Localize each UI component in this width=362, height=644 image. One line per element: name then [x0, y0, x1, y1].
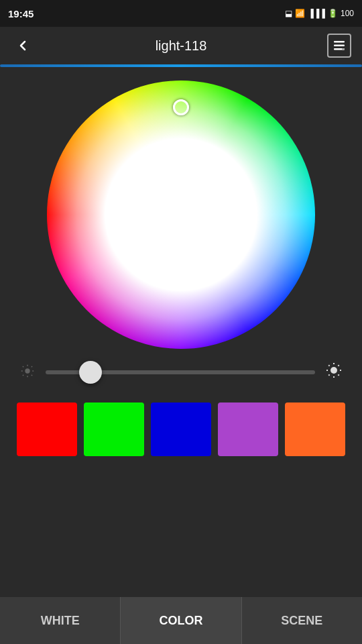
battery-level: 100 [341, 9, 354, 18]
tab-color[interactable]: COLOR [121, 597, 241, 644]
wifi-icon: 📶 [295, 9, 305, 18]
swatch-red[interactable] [17, 402, 77, 456]
swatch-purple[interactable] [218, 402, 278, 456]
svg-point-7 [330, 367, 337, 374]
brightness-low-icon [20, 364, 35, 382]
status-bar: 19:45 ⬓ 📶 ▐▐▐ 🔋 100 [0, 0, 362, 27]
swatch-green[interactable] [84, 402, 144, 456]
brightness-high-icon [326, 362, 342, 382]
svg-rect-0 [334, 41, 345, 43]
status-icons: ⬓ 📶 ▐▐▐ 🔋 100 [285, 9, 354, 18]
swatches-row [0, 389, 362, 463]
color-wheel[interactable] [47, 80, 315, 349]
signal-icon: ▐▐▐ [308, 9, 325, 18]
battery-icon: 🔋 [328, 9, 338, 18]
top-bar: light-118 [0, 27, 362, 64]
menu-button[interactable] [327, 34, 351, 58]
tab-scene[interactable]: SCENE [242, 597, 362, 644]
color-wheel-selector[interactable] [173, 99, 189, 115]
brightness-slider-row [0, 356, 362, 389]
brightness-track[interactable] [46, 370, 315, 374]
tab-bar: WHITE COLOR SCENE [0, 597, 362, 644]
brightness-thumb[interactable] [79, 361, 102, 384]
color-wheel-container [0, 67, 362, 356]
status-time: 19:45 [8, 8, 34, 19]
svg-rect-3 [342, 48, 345, 50]
tab-white[interactable]: WHITE [0, 597, 121, 644]
svg-rect-1 [334, 45, 345, 47]
swatch-orange[interactable] [285, 402, 345, 456]
page-title: light-118 [156, 38, 207, 54]
svg-point-6 [25, 368, 29, 373]
back-button[interactable] [11, 34, 35, 58]
swatch-blue[interactable] [151, 402, 211, 456]
bluetooth-icon: ⬓ [285, 9, 292, 18]
